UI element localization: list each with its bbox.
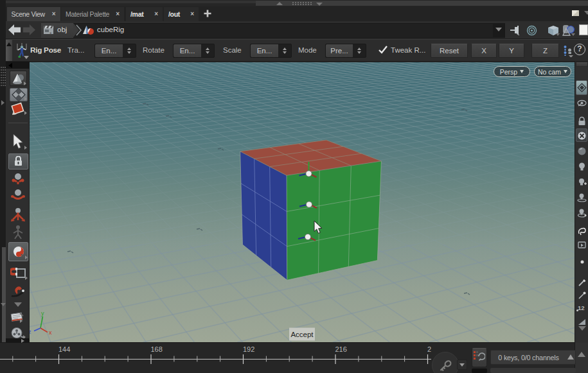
- svg-text:240: 240: [427, 345, 431, 353]
- svg-text:216: 216: [335, 345, 347, 353]
- svg-text:+: +: [49, 31, 52, 35]
- svg-text:168: 168: [151, 345, 163, 353]
- svg-text:Accept: Accept: [290, 331, 314, 338]
- svg-text:y: y: [41, 310, 44, 317]
- svg-text:x: x: [49, 329, 52, 336]
- svg-text:144: 144: [58, 345, 70, 353]
- svg-text:192: 192: [243, 345, 254, 353]
